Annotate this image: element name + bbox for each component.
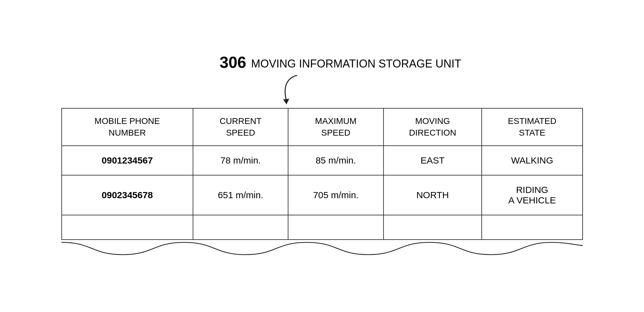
empty-cell — [62, 215, 193, 240]
arrow-icon — [279, 74, 304, 105]
svg-marker-0 — [283, 99, 289, 104]
table-wrapper: MOBILE PHONENUMBER CURRENTSPEED MAXIMUMS… — [61, 108, 583, 258]
col-phone: MOBILE PHONENUMBER — [62, 108, 193, 146]
state-2: RIDINGA VEHICLE — [482, 175, 582, 215]
col-max-speed: MAXIMUMSPEED — [288, 108, 383, 146]
empty-cell — [482, 215, 582, 240]
data-table: MOBILE PHONENUMBER CURRENTSPEED MAXIMUMS… — [61, 108, 583, 240]
direction-2: NORTH — [384, 175, 482, 215]
unit-number: 306 — [220, 54, 246, 70]
arrow-area — [279, 74, 304, 105]
wavy-bottom-decoration — [61, 239, 583, 258]
empty-cell — [288, 215, 383, 240]
col-state: ESTIMATEDSTATE — [482, 108, 582, 146]
current-speed-1: 78 m/min. — [193, 146, 288, 175]
max-speed-2: 705 m/min. — [288, 175, 383, 215]
direction-1: EAST — [384, 146, 482, 175]
page-container: 306 MOVING INFORMATION STORAGE UNIT MOBI… — [31, 54, 614, 257]
unit-title: MOVING INFORMATION STORAGE UNIT — [251, 54, 461, 71]
empty-cell — [193, 215, 288, 240]
empty-cell — [384, 215, 482, 240]
header-row: MOBILE PHONENUMBER CURRENTSPEED MAXIMUMS… — [62, 108, 583, 146]
table-row: 0902345678 651 m/min. 705 m/min. NORTH R… — [62, 175, 583, 215]
current-speed-2: 651 m/min. — [193, 175, 288, 215]
col-direction: MOVINGDIRECTION — [384, 108, 482, 146]
phone-1: 0901234567 — [62, 146, 193, 175]
empty-row — [62, 215, 583, 240]
state-1: WALKING — [482, 146, 582, 175]
phone-2: 0902345678 — [62, 175, 193, 215]
col-current-speed: CURRENTSPEED — [193, 108, 288, 146]
title-area: 306 MOVING INFORMATION STORAGE UNIT — [220, 54, 461, 71]
max-speed-1: 85 m/min. — [288, 146, 383, 175]
table-row: 0901234567 78 m/min. 85 m/min. EAST WALK… — [62, 146, 583, 175]
